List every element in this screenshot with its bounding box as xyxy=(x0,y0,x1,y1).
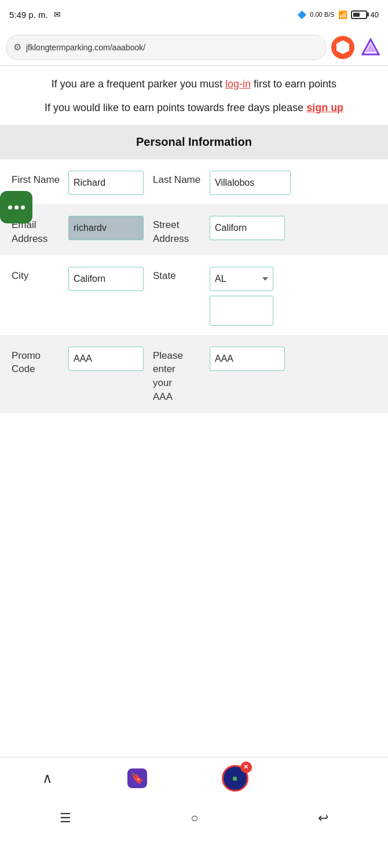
android-taskbar: ☰ ○ ↩ xyxy=(0,799,388,838)
bottom-nav-bar: ∧ 🔖 ■ ✕ xyxy=(0,757,388,799)
promo-text-2-before: If you would like to earn points towards… xyxy=(45,102,306,113)
email-input[interactable] xyxy=(68,216,144,240)
promo-label-col: PromoCode xyxy=(12,344,64,377)
name-row: First Name Last Name xyxy=(12,168,376,195)
street-label: StreetAddress xyxy=(153,214,205,246)
state-extra-box xyxy=(210,296,273,326)
url-settings-icon: ⚙ xyxy=(13,42,21,53)
email-street-section: EmailAddress StreetAddress xyxy=(0,204,388,255)
last-name-label: Last Name xyxy=(153,168,205,187)
android-menu-btn[interactable]: ☰ xyxy=(60,811,71,826)
battery-tip xyxy=(367,13,369,17)
last-name-input[interactable] xyxy=(210,171,291,195)
last-name-col: Last Name xyxy=(153,168,205,187)
email-street-row: EmailAddress StreetAddress xyxy=(12,214,376,246)
brave-logo xyxy=(336,41,349,54)
status-bar: 5:49 p. m. ✉ 🔷 0.00 B/S 📶 40 xyxy=(0,0,388,29)
city-col: City xyxy=(12,264,64,283)
home-circle-icon: ○ xyxy=(191,811,198,826)
personal-info-header: Personal Information xyxy=(0,125,388,159)
city-state-section: City State AL AK AZ CA CO NY TX FL xyxy=(0,255,388,335)
network-speed: 0.00 B/S xyxy=(310,11,334,18)
promo-text-1: If you are a frequent parker you must lo… xyxy=(0,66,388,98)
login-link[interactable]: log-in xyxy=(225,78,251,90)
promo-section: PromoCode PleaseenteryourAAA xyxy=(0,335,388,413)
battery-fill xyxy=(353,13,360,17)
please-enter-label: PleaseenteryourAAA xyxy=(153,344,205,404)
bookmark-container: 🔖 xyxy=(127,768,147,788)
promo-row: PromoCode PleaseenteryourAAA xyxy=(12,344,376,404)
url-bar[interactable]: ⚙ jfklongtermparking.com/aaabook/ xyxy=(6,35,327,60)
street-input[interactable] xyxy=(210,216,285,240)
android-back-btn[interactable]: ↩ xyxy=(318,811,328,826)
nav-app-center[interactable]: ■ ✕ xyxy=(222,765,248,792)
status-bar-left: 5:49 p. m. ✉ xyxy=(9,10,61,20)
back-icon: ↩ xyxy=(318,811,328,826)
battery-level: 40 xyxy=(371,10,379,19)
chat-dot-2 xyxy=(14,205,19,209)
chat-dot-3 xyxy=(21,205,25,209)
city-state-row: City State AL AK AZ CA CO NY TX FL xyxy=(12,264,376,326)
bluetooth-icon: 🔷 xyxy=(297,10,306,19)
chat-dot-1 xyxy=(8,205,12,209)
first-name-col: First Name xyxy=(12,168,64,187)
promo-text-1-before: If you are a frequent parker you must xyxy=(52,78,225,90)
promo-text-1-after: first to earn points xyxy=(251,78,336,90)
please-enter-col: PleaseenteryourAAA xyxy=(153,344,205,404)
first-name-input[interactable] xyxy=(68,171,144,195)
chat-button[interactable] xyxy=(0,191,32,223)
main-content: If you are a frequent parker you must lo… xyxy=(0,66,388,413)
city-input[interactable] xyxy=(68,267,144,291)
wifi-icon: 📶 xyxy=(338,10,347,19)
status-time: 5:49 p. m. xyxy=(9,10,48,20)
street-col: StreetAddress xyxy=(153,214,205,246)
battery-icon xyxy=(351,10,367,19)
promo-text-2: If you would like to earn points towards… xyxy=(0,98,388,125)
android-home-bar xyxy=(0,838,388,868)
prisma-icon[interactable] xyxy=(359,36,382,59)
nav-up-arrow[interactable]: ∧ xyxy=(42,770,53,786)
menu-icon: ☰ xyxy=(60,811,71,826)
url-text: jfklongtermparking.com/aaabook/ xyxy=(26,43,145,52)
bookmark-icon: 🔖 xyxy=(131,772,144,785)
chat-dots xyxy=(8,205,25,209)
android-home-btn[interactable]: ○ xyxy=(191,811,198,826)
up-arrow-icon: ∧ xyxy=(42,770,53,786)
state-col: State xyxy=(153,264,205,283)
mail-icon: ✉ xyxy=(54,10,61,19)
first-name-label: First Name xyxy=(12,168,64,187)
status-bar-right: 🔷 0.00 B/S 📶 40 xyxy=(297,10,379,19)
prisma-logo-svg xyxy=(361,38,380,57)
state-label: State xyxy=(153,264,205,283)
please-enter-input[interactable] xyxy=(210,347,285,371)
signup-link[interactable]: sign up xyxy=(306,102,343,113)
close-badge: ✕ xyxy=(240,762,252,773)
promo-code-input[interactable] xyxy=(68,347,144,371)
browser-bar: ⚙ jfklongtermparking.com/aaabook/ xyxy=(0,29,388,66)
name-section: First Name Last Name xyxy=(0,159,388,204)
state-select[interactable]: AL AK AZ CA CO NY TX FL xyxy=(210,267,273,291)
promo-code-label: PromoCode xyxy=(12,344,64,377)
brave-browser-icon[interactable] xyxy=(331,36,354,59)
city-label: City xyxy=(12,264,64,283)
nav-bookmark[interactable]: 🔖 xyxy=(127,768,147,788)
